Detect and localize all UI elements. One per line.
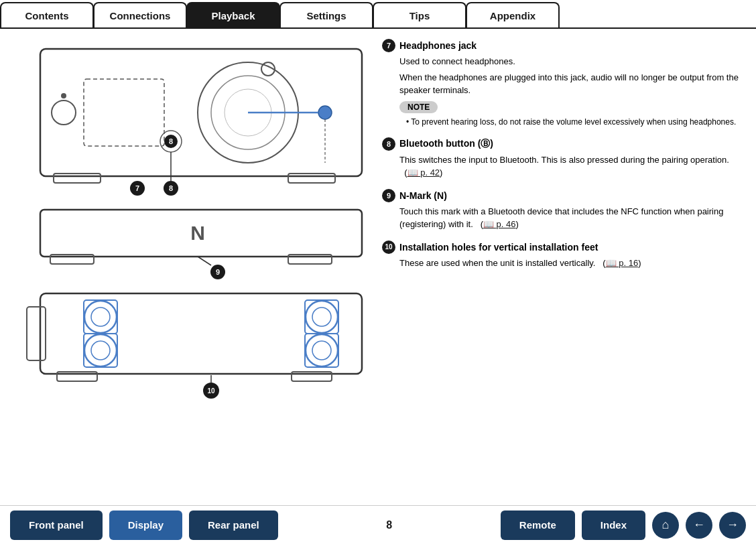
- remote-button[interactable]: Remote: [501, 511, 575, 540]
- top-navigation: Contents Connections Playback Settings T…: [0, 0, 756, 29]
- rear-panel-button[interactable]: Rear panel: [189, 511, 278, 540]
- side-device-diagram: N 9: [20, 200, 362, 282]
- svg-text:9: 9: [216, 268, 220, 276]
- main-content: 8 7 8 N: [0, 29, 756, 505]
- section-9: 9 N-Mark (N) Touch this mark with a Blue…: [382, 189, 739, 231]
- svg-rect-2: [288, 174, 335, 183]
- section-9-ref[interactable]: 📖 p. 46: [483, 219, 516, 229]
- tab-appendix[interactable]: Appendix: [466, 2, 560, 27]
- section-9-title: 9 N-Mark (N): [382, 189, 739, 202]
- description-panel: 7 Headphones jack Used to connect headph…: [375, 29, 756, 505]
- svg-text:N: N: [190, 222, 205, 244]
- svg-rect-29: [27, 307, 46, 360]
- page-number: 8: [278, 519, 501, 531]
- section-7-title: 7 Headphones jack: [382, 39, 739, 52]
- bottom-right-buttons: Remote Index ⌂ ← →: [501, 511, 756, 540]
- tab-settings[interactable]: Settings: [279, 2, 373, 27]
- svg-point-37: [91, 341, 110, 360]
- bottom-device-diagram: 10: [20, 287, 362, 403]
- svg-text:8: 8: [169, 184, 173, 192]
- section-9-text: Touch this mark with a Bluetooth device …: [382, 205, 739, 231]
- tab-connections[interactable]: Connections: [93, 2, 187, 27]
- section-7-note: To prevent hearing loss, do not raise th…: [382, 116, 739, 128]
- svg-line-27: [198, 257, 211, 265]
- svg-point-39: [306, 334, 338, 366]
- section-7-text1: Used to connect headphones.: [382, 55, 739, 68]
- svg-point-31: [91, 308, 110, 326]
- section-8-title: 8 Bluetooth button (Ⓑ): [382, 137, 739, 151]
- front-panel-button[interactable]: Front panel: [10, 511, 103, 540]
- svg-point-10: [318, 106, 332, 119]
- note-label: NOTE: [399, 101, 438, 113]
- section-8: 8 Bluetooth button (Ⓑ) This switches the…: [382, 137, 739, 180]
- svg-point-4: [61, 93, 66, 98]
- svg-point-40: [312, 341, 331, 360]
- section-8-text: This switches the input to Bluetooth. Th…: [382, 153, 739, 180]
- section-10-badge: 10: [382, 241, 395, 254]
- section-8-badge: 8: [382, 137, 395, 151]
- section-10-text: These are used when the unit is installe…: [382, 257, 739, 270]
- bottom-navigation: Front panel Display Rear panel 8 Remote …: [0, 505, 756, 544]
- bottom-left-buttons: Front panel Display Rear panel: [0, 511, 278, 540]
- section-10: 10 Installation holes for vertical insta…: [382, 241, 739, 270]
- svg-point-30: [84, 301, 117, 333]
- back-button[interactable]: ←: [686, 512, 712, 539]
- svg-point-3: [52, 100, 76, 125]
- svg-rect-5: [84, 79, 164, 146]
- svg-text:10: 10: [207, 387, 215, 395]
- svg-point-34: [312, 308, 331, 326]
- display-button[interactable]: Display: [109, 511, 182, 540]
- svg-rect-1: [54, 174, 101, 183]
- section-7-text2: When the headphones are plugged into thi…: [382, 71, 739, 97]
- svg-text:7: 7: [135, 184, 139, 192]
- svg-point-36: [84, 334, 117, 366]
- index-button[interactable]: Index: [582, 511, 645, 540]
- section-9-badge: 9: [382, 189, 395, 202]
- svg-text:8: 8: [169, 137, 173, 145]
- diagram-panel: 8 7 8 N: [0, 29, 375, 505]
- section-10-title: 10 Installation holes for vertical insta…: [382, 241, 739, 254]
- top-device-diagram: 8 7 8: [20, 42, 362, 198]
- section-10-ref[interactable]: 📖 p. 16: [606, 258, 639, 268]
- forward-button[interactable]: →: [719, 512, 746, 539]
- home-button[interactable]: ⌂: [652, 512, 679, 539]
- section-7: 7 Headphones jack Used to connect headph…: [382, 39, 739, 128]
- tab-contents[interactable]: Contents: [0, 2, 94, 27]
- section-8-ref[interactable]: 📖 p. 42: [407, 167, 440, 178]
- tab-tips[interactable]: Tips: [373, 2, 466, 27]
- svg-point-33: [306, 301, 338, 333]
- tab-playback[interactable]: Playback: [186, 2, 280, 27]
- section-7-badge: 7: [382, 39, 395, 52]
